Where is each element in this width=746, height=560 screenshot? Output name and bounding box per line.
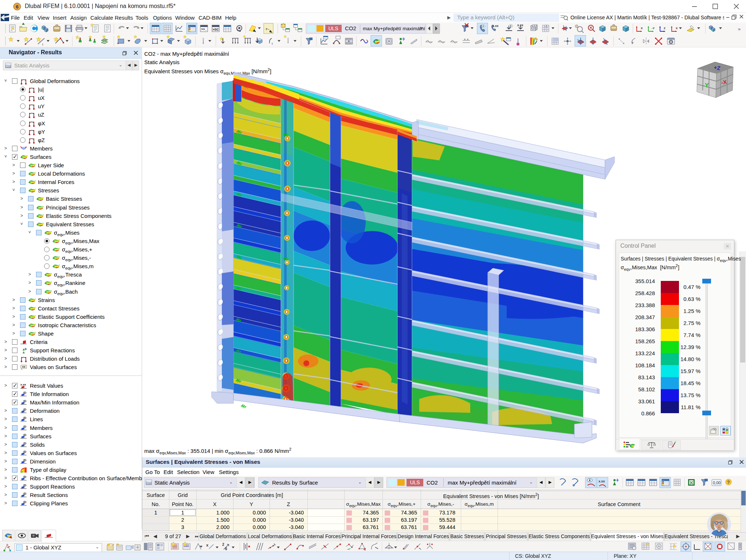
svg-text:x.xx: x.xx	[517, 23, 523, 27]
svg-text:+Z: +Z	[714, 64, 721, 71]
svg-text:6: 6	[16, 4, 18, 9]
svg-text:2: 2	[222, 543, 224, 547]
svg-text:I: I	[272, 42, 273, 46]
svg-text:-Y: -Y	[703, 82, 709, 89]
svg-text:CO2: CO2	[345, 25, 356, 31]
svg-text:x.xx: x.xx	[20, 383, 26, 386]
svg-text:x.xx: x.xx	[598, 479, 605, 483]
svg-text:»: »	[738, 26, 741, 32]
svg-text:max My+předpětí maximální: max My+předpětí maximální	[363, 26, 425, 31]
svg-text:-X: -X	[721, 79, 727, 86]
svg-text:x.xx: x.xx	[492, 24, 499, 28]
svg-text:ULS: ULS	[328, 26, 338, 31]
svg-text:xx: xx	[22, 365, 25, 368]
svg-text:+-: +-	[265, 26, 270, 32]
svg-text:x: x	[206, 543, 209, 547]
svg-text:0,00: 0,00	[713, 481, 721, 485]
svg-text:?: ?	[727, 480, 730, 485]
svg-text:I: I	[42, 43, 43, 46]
